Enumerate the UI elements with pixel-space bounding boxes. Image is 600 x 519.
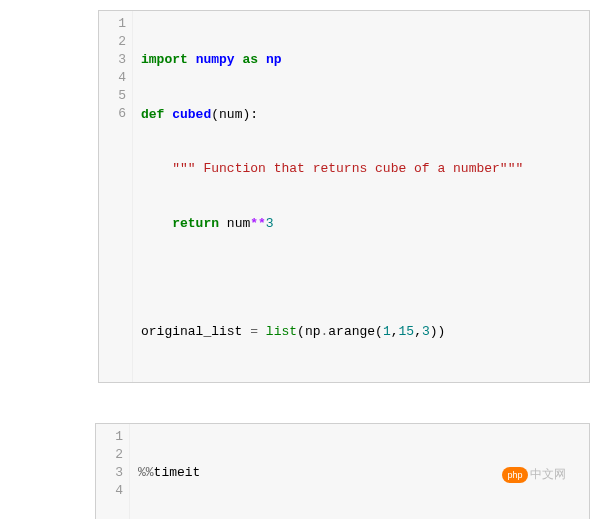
var-num: num (227, 216, 250, 231)
line-number-gutter: 1 2 3 4 (96, 424, 130, 519)
line-number: 2 (99, 33, 126, 51)
watermark-badge: php (502, 467, 528, 483)
alias-np: np (266, 52, 282, 67)
op-pow: ** (250, 216, 266, 231)
code-cell-setup: 1 2 3 4 5 6 import numpy as np def cubed… (98, 10, 590, 383)
kw-return: return (172, 216, 219, 231)
kw-as: as (242, 52, 258, 67)
line-number: 6 (99, 105, 126, 123)
line-number: 3 (99, 51, 126, 69)
mod-numpy: numpy (196, 52, 235, 67)
op-eq: = (250, 324, 258, 339)
line-number: 4 (99, 69, 126, 87)
func-params: (num): (211, 107, 258, 122)
builtin-list: list (266, 324, 297, 339)
line-number: 4 (96, 482, 123, 500)
watermark: php中文网 (502, 466, 566, 483)
code-content: %%timeit cubed_list = [] for num in orig… (130, 424, 403, 519)
watermark-text: 中文网 (530, 467, 566, 481)
line-number: 5 (99, 87, 126, 105)
line-number: 3 (96, 464, 123, 482)
func-name: cubed (172, 107, 211, 122)
kw-import: import (141, 52, 188, 67)
code-content: import numpy as np def cubed(num): """ F… (133, 11, 531, 382)
kw-def: def (141, 107, 164, 122)
var-original-list: original_list (141, 324, 250, 339)
line-number: 1 (99, 15, 126, 33)
line-number-gutter: 1 2 3 4 5 6 (99, 11, 133, 382)
line-number: 1 (96, 428, 123, 446)
lit-3: 3 (266, 216, 274, 231)
docstring: """ Function that returns cube of a numb… (172, 161, 523, 176)
line-number: 2 (96, 446, 123, 464)
